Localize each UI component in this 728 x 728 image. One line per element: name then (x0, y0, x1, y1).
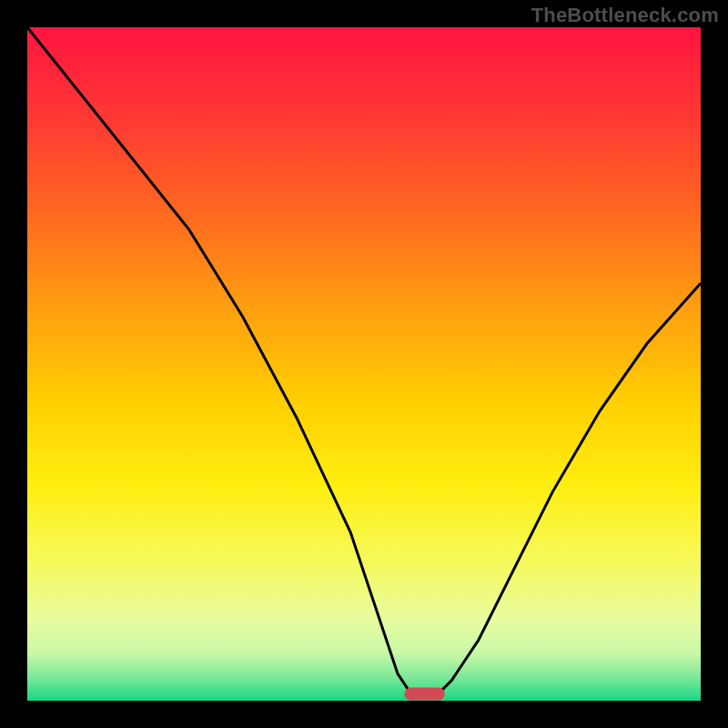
optimal-marker (404, 688, 444, 701)
bottleneck-chart (0, 0, 728, 728)
chart-frame: TheBottleneck.com (0, 0, 728, 728)
watermark-text: TheBottleneck.com (531, 4, 719, 27)
plot-background (27, 27, 701, 701)
